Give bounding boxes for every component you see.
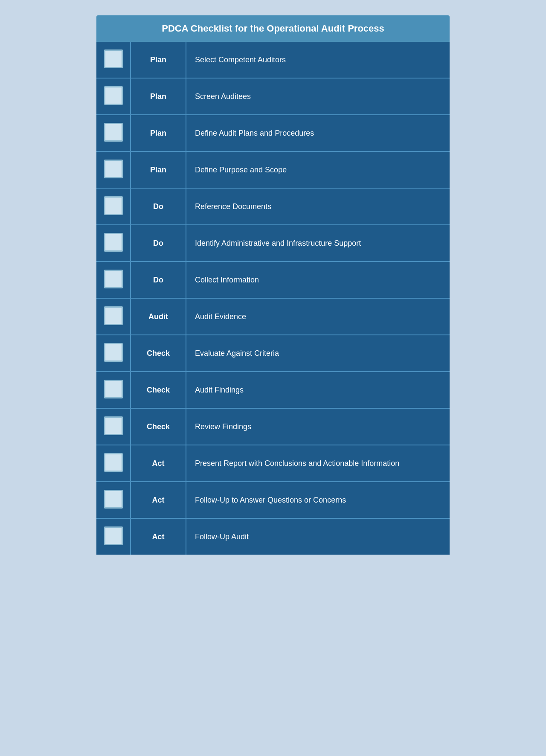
checkbox-cell: [96, 78, 131, 115]
checkbox[interactable]: [104, 86, 123, 105]
phase-cell: Act: [131, 482, 186, 518]
table-row: PlanScreen Auditees: [96, 78, 450, 115]
main-container: PDCA Checklist for the Operational Audit…: [90, 9, 456, 561]
phase-cell: Do: [131, 225, 186, 262]
checkbox-cell: [96, 115, 131, 151]
checkbox-cell: [96, 372, 131, 408]
table-row: DoReference Documents: [96, 188, 450, 225]
phase-cell: Plan: [131, 151, 186, 188]
table-row: CheckAudit Findings: [96, 372, 450, 408]
checkbox[interactable]: [104, 380, 123, 398]
task-cell: Follow-Up to Answer Questions or Concern…: [186, 482, 450, 518]
table-row: ActFollow-Up Audit: [96, 518, 450, 555]
table-row: PlanDefine Audit Plans and Procedures: [96, 115, 450, 151]
checkbox-cell: [96, 482, 131, 518]
table-row: ActFollow-Up to Answer Questions or Conc…: [96, 482, 450, 518]
task-cell: Review Findings: [186, 408, 450, 445]
phase-cell: Plan: [131, 42, 186, 78]
checkbox[interactable]: [104, 270, 123, 288]
checkbox[interactable]: [104, 306, 123, 325]
table-row: DoCollect Information: [96, 262, 450, 298]
table-title: PDCA Checklist for the Operational Audit…: [96, 15, 450, 42]
checkbox[interactable]: [104, 196, 123, 215]
table-row: CheckReview Findings: [96, 408, 450, 445]
task-cell: Identify Administrative and Infrastructu…: [186, 225, 450, 262]
task-cell: Define Audit Plans and Procedures: [186, 115, 450, 151]
checkbox-cell: [96, 518, 131, 555]
checkbox-cell: [96, 188, 131, 225]
table-row: AuditAudit Evidence: [96, 298, 450, 335]
phase-cell: Act: [131, 518, 186, 555]
phase-cell: Act: [131, 445, 186, 482]
task-cell: Select Competent Auditors: [186, 42, 450, 78]
phase-cell: Check: [131, 372, 186, 408]
phase-cell: Check: [131, 335, 186, 372]
task-cell: Follow-Up Audit: [186, 518, 450, 555]
phase-cell: Check: [131, 408, 186, 445]
phase-cell: Plan: [131, 78, 186, 115]
phase-cell: Do: [131, 188, 186, 225]
phase-cell: Do: [131, 262, 186, 298]
checkbox[interactable]: [104, 49, 123, 68]
checkbox-cell: [96, 298, 131, 335]
task-cell: Screen Auditees: [186, 78, 450, 115]
checkbox-cell: [96, 408, 131, 445]
table-row: PlanSelect Competent Auditors: [96, 42, 450, 78]
table-row: ActPresent Report with Conclusions and A…: [96, 445, 450, 482]
checkbox[interactable]: [104, 233, 123, 252]
checkbox-cell: [96, 151, 131, 188]
phase-cell: Plan: [131, 115, 186, 151]
checkbox-cell: [96, 42, 131, 78]
task-cell: Define Purpose and Scope: [186, 151, 450, 188]
checkbox-cell: [96, 225, 131, 262]
task-cell: Audit Findings: [186, 372, 450, 408]
table-row: DoIdentify Administrative and Infrastruc…: [96, 225, 450, 262]
checkbox[interactable]: [104, 343, 123, 362]
table-row: CheckEvaluate Against Criteria: [96, 335, 450, 372]
checkbox[interactable]: [104, 160, 123, 178]
checkbox[interactable]: [104, 526, 123, 545]
task-cell: Collect Information: [186, 262, 450, 298]
checkbox[interactable]: [104, 490, 123, 509]
checkbox-cell: [96, 262, 131, 298]
checkbox[interactable]: [104, 453, 123, 472]
checklist-table: PlanSelect Competent AuditorsPlanScreen …: [96, 42, 450, 555]
checkbox[interactable]: [104, 123, 123, 142]
task-cell: Present Report with Conclusions and Acti…: [186, 445, 450, 482]
checkbox[interactable]: [104, 416, 123, 435]
task-cell: Audit Evidence: [186, 298, 450, 335]
phase-cell: Audit: [131, 298, 186, 335]
task-cell: Evaluate Against Criteria: [186, 335, 450, 372]
checkbox-cell: [96, 445, 131, 482]
table-row: PlanDefine Purpose and Scope: [96, 151, 450, 188]
task-cell: Reference Documents: [186, 188, 450, 225]
checkbox-cell: [96, 335, 131, 372]
